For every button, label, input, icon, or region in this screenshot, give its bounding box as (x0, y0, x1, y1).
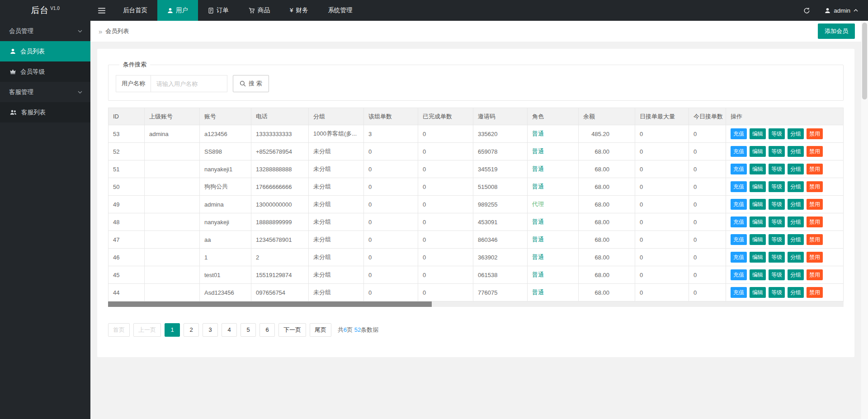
ban-button[interactable]: 禁用 (807, 164, 823, 174)
search-button-label: 搜 索 (249, 80, 262, 88)
group-button[interactable]: 分组 (788, 269, 804, 280)
top-nav-item[interactable]: 订单 (198, 0, 239, 21)
cell-daily_max: 0 (635, 231, 689, 249)
sidebar-group-header[interactable]: 客服管理 (0, 82, 90, 102)
edit-button[interactable]: 编辑 (750, 269, 766, 280)
user-menu[interactable]: admin (818, 0, 868, 21)
cell-today: 0 (689, 249, 726, 266)
edit-button[interactable]: 编辑 (750, 234, 766, 245)
group-button[interactable]: 分组 (788, 199, 804, 210)
group-button[interactable]: 分组 (788, 287, 804, 298)
level-button[interactable]: 等级 (769, 269, 785, 280)
ban-button[interactable]: 禁用 (807, 252, 823, 263)
username-input[interactable] (151, 75, 227, 92)
pagination-page[interactable]: 3 (203, 323, 218, 337)
ban-button[interactable]: 禁用 (807, 217, 823, 227)
cell-parent (145, 160, 200, 178)
ban-button[interactable]: 禁用 (807, 287, 823, 298)
pagination-page[interactable]: 2 (184, 323, 199, 337)
recharge-button[interactable]: 充值 (731, 217, 747, 227)
sidebar-group-header[interactable]: 会员管理 (0, 21, 90, 41)
pagination-page[interactable]: 1 (165, 323, 180, 337)
chevron-up-icon (854, 9, 858, 12)
edit-button[interactable]: 编辑 (750, 164, 766, 174)
search-button[interactable]: 搜 索 (233, 75, 269, 92)
vertical-scrollbar-thumb[interactable] (862, 23, 867, 99)
cell-id: 48 (108, 213, 145, 231)
recharge-button[interactable]: 充值 (731, 234, 747, 245)
level-button[interactable]: 等级 (769, 128, 785, 139)
pagination-page[interactable]: 6 (259, 323, 275, 337)
level-button[interactable]: 等级 (769, 181, 785, 192)
vertical-scrollbar[interactable] (861, 21, 868, 419)
horizontal-scrollbar[interactable] (108, 301, 844, 307)
top-nav-item[interactable]: 后台首页 (113, 0, 157, 21)
level-button[interactable]: 等级 (769, 287, 785, 298)
cell-completed: 0 (418, 160, 473, 178)
group-button[interactable]: 分组 (788, 128, 804, 139)
ban-button[interactable]: 禁用 (807, 181, 823, 192)
top-nav-item[interactable]: 商品 (239, 0, 280, 21)
recharge-button[interactable]: 充值 (731, 287, 747, 298)
ban-button[interactable]: 禁用 (807, 234, 823, 245)
cell-actions: 充值编辑等级分组禁用 (726, 196, 844, 213)
sidebar-item[interactable]: 客服列表 (0, 102, 90, 122)
sidebar-toggle-button[interactable] (90, 0, 113, 21)
pagination-page[interactable]: 4 (222, 323, 237, 337)
edit-button[interactable]: 编辑 (750, 199, 766, 210)
edit-button[interactable]: 编辑 (750, 217, 766, 227)
cell-phone: 13000000000 (251, 196, 309, 213)
group-button[interactable]: 分组 (788, 217, 804, 227)
top-nav-item[interactable]: 用户 (157, 0, 198, 21)
cell-completed: 0 (418, 266, 473, 284)
recharge-button[interactable]: 充值 (731, 252, 747, 263)
role-badge: 普通 (532, 289, 544, 296)
horizontal-scrollbar-thumb[interactable] (108, 301, 432, 307)
role-badge: 普通 (532, 218, 544, 225)
cell-group_orders: 0 (364, 143, 418, 160)
level-button[interactable]: 等级 (769, 199, 785, 210)
recharge-button[interactable]: 充值 (731, 164, 747, 174)
group-button[interactable]: 分组 (788, 146, 804, 157)
edit-button[interactable]: 编辑 (750, 128, 766, 139)
group-button[interactable]: 分组 (788, 164, 804, 174)
edit-button[interactable]: 编辑 (750, 287, 766, 298)
recharge-button[interactable]: 充值 (731, 181, 747, 192)
recharge-button[interactable]: 充值 (731, 269, 747, 280)
level-button[interactable]: 等级 (769, 164, 785, 174)
recharge-button[interactable]: 充值 (731, 128, 747, 139)
sidebar-item[interactable]: 会员等级 (0, 61, 90, 82)
role-badge: 普通 (532, 130, 544, 137)
recharge-button[interactable]: 充值 (731, 199, 747, 210)
sidebar-item[interactable]: 会员列表 (0, 41, 90, 61)
ban-button[interactable]: 禁用 (807, 199, 823, 210)
group-button[interactable]: 分组 (788, 252, 804, 263)
group-button[interactable]: 分组 (788, 234, 804, 245)
cell-actions: 充值编辑等级分组禁用 (726, 143, 844, 160)
level-button[interactable]: 等级 (769, 252, 785, 263)
table-row: 51nanyakeji113288888888未分组00345519普通68.0… (108, 160, 844, 178)
level-button[interactable]: 等级 (769, 217, 785, 227)
edit-button[interactable]: 编辑 (750, 252, 766, 263)
pagination-next[interactable]: 下一页 (278, 323, 306, 337)
pagination-page[interactable]: 5 (241, 323, 256, 337)
top-nav-item[interactable]: 系统管理 (318, 0, 363, 21)
add-member-button[interactable]: 添加会员 (818, 24, 855, 39)
edit-button[interactable]: 编辑 (750, 181, 766, 192)
recharge-button[interactable]: 充值 (731, 146, 747, 157)
level-button[interactable]: 等级 (769, 146, 785, 157)
pagination-last[interactable]: 尾页 (310, 323, 331, 337)
cell-today: 0 (689, 196, 726, 213)
table-column-header: 今日接单数 (689, 108, 726, 125)
card: 条件搜索 用户名称 搜 索 ID上级账号账号电话分组该组单数已完成单数邀请码角色… (97, 49, 854, 357)
ban-button[interactable]: 禁用 (807, 146, 823, 157)
ban-button[interactable]: 禁用 (807, 269, 823, 280)
top-nav-item[interactable]: ¥财务 (280, 0, 318, 21)
level-button[interactable]: 等级 (769, 234, 785, 245)
cell-daily_max: 0 (635, 196, 689, 213)
ban-button[interactable]: 禁用 (807, 128, 823, 139)
edit-button[interactable]: 编辑 (750, 146, 766, 157)
refresh-button[interactable] (795, 0, 818, 21)
group-button[interactable]: 分组 (788, 181, 804, 192)
table-row: 50狗狗公共17666666666未分组00515008普通68.0000充值编… (108, 178, 844, 196)
